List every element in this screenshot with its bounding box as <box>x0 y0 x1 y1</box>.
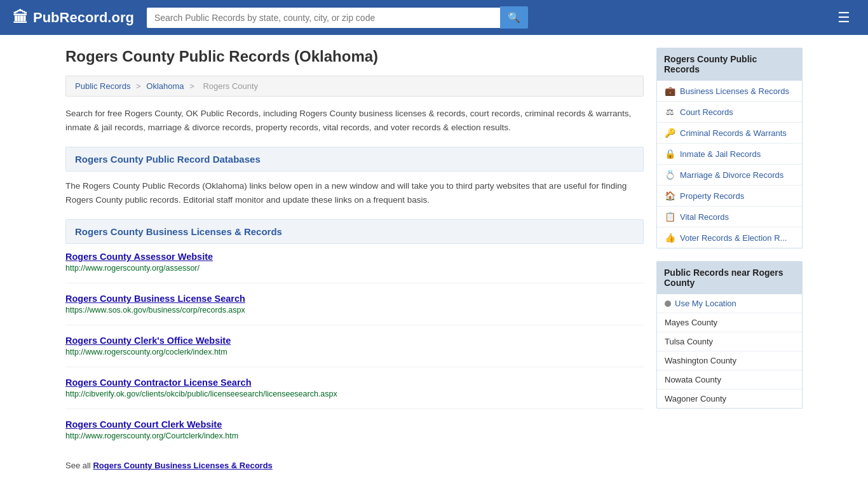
breadcrumb-public-records[interactable]: Public Records <box>75 81 130 91</box>
sidebar-item-3[interactable]: 🔒 Inmate & Jail Records <box>657 144 802 165</box>
record-title[interactable]: Rogers County Contractor License Search <box>65 377 644 388</box>
breadcrumb: Public Records > Oklahoma > Rogers Count… <box>65 76 644 97</box>
breadcrumb-current: Rogers County <box>203 81 258 91</box>
sidebar-item-label: Vital Records <box>680 212 729 222</box>
sidebar-item-label: Business Licenses & Records <box>680 86 789 96</box>
sidebar-item-7[interactable]: 👍 Voter Records & Election R... <box>657 227 802 248</box>
sidebar-item-label: Property Records <box>680 191 744 201</box>
page-title: Rogers County Public Records (Oklahoma) <box>65 48 644 65</box>
record-entry: Rogers County Business License Search ht… <box>65 294 644 325</box>
search-icon: 🔍 <box>508 12 520 23</box>
logo-icon: 🏛 <box>13 9 28 27</box>
search-button[interactable]: 🔍 <box>500 6 528 29</box>
sidebar-item-icon: 💍 <box>665 170 675 180</box>
sidebar-item-label: Inmate & Jail Records <box>680 149 761 159</box>
nearby-county-item[interactable]: Tulsa County <box>657 332 802 351</box>
databases-heading: Rogers County Public Record Databases <box>65 147 644 172</box>
nearby-county-item[interactable]: Washington County <box>657 351 802 370</box>
record-entry: Rogers County Assessor Website http://ww… <box>65 252 644 283</box>
sidebar-records-title: Rogers County Public Records <box>656 48 803 81</box>
description: Search for free Rogers County, OK Public… <box>65 107 644 134</box>
records-list: Rogers County Assessor Website http://ww… <box>65 252 644 451</box>
sidebar-nearby-items: Use My Location Mayes CountyTulsa County… <box>656 294 803 409</box>
breadcrumb-sep-2: > <box>189 81 196 91</box>
header: 🏛 PubRecord.org 🔍 ☰ <box>0 0 868 35</box>
search-bar: 🔍 <box>147 6 528 29</box>
record-entry: Rogers County Contractor License Search … <box>65 377 644 409</box>
sidebar-item-icon: 👍 <box>665 233 675 243</box>
sidebar-item-5[interactable]: 🏠 Property Records <box>657 186 802 207</box>
sidebar-item-icon: ⚖ <box>665 107 675 117</box>
sidebar-nearby-section: Public Records near Rogers County Use My… <box>656 261 803 409</box>
sidebar-item-0[interactable]: 💼 Business Licenses & Records <box>657 81 802 102</box>
nearby-county-item[interactable]: Mayes County <box>657 313 802 332</box>
sidebar-item-icon: 📋 <box>665 212 675 222</box>
business-licenses-heading: Rogers County Business Licenses & Record… <box>65 219 644 244</box>
databases-desc: The Rogers County Public Records (Oklaho… <box>65 179 644 207</box>
sidebar-item-label: Voter Records & Election R... <box>680 233 787 243</box>
sidebar-item-1[interactable]: ⚖ Court Records <box>657 102 802 123</box>
breadcrumb-oklahoma[interactable]: Oklahoma <box>146 81 184 91</box>
main-container: Rogers County Public Records (Oklahoma) … <box>53 35 815 483</box>
hamburger-icon: ☰ <box>837 10 850 25</box>
logo-text: PubRecord.org <box>33 10 134 26</box>
menu-button[interactable]: ☰ <box>832 7 855 29</box>
sidebar-records-items: 💼 Business Licenses & Records ⚖ Court Re… <box>656 81 803 248</box>
sidebar-item-label: Criminal Records & Warrants <box>680 128 787 138</box>
record-url[interactable]: http://www.rogerscounty.org/coclerk/inde… <box>65 348 644 356</box>
sidebar-item-icon: 💼 <box>665 86 675 96</box>
see-all: See all Rogers County Business Licenses … <box>65 461 644 470</box>
sidebar-item-2[interactable]: 🔑 Criminal Records & Warrants <box>657 123 802 144</box>
record-title[interactable]: Rogers County Business License Search <box>65 294 644 304</box>
sidebar-nearby-title: Public Records near Rogers County <box>656 261 803 294</box>
see-all-link[interactable]: Rogers County Business Licenses & Record… <box>93 461 272 470</box>
content-area: Rogers County Public Records (Oklahoma) … <box>65 48 644 470</box>
nearby-county-item[interactable]: Wagoner County <box>657 390 802 408</box>
record-entry: Rogers County Court Clerk Website http:/… <box>65 419 644 451</box>
location-dot-icon <box>665 301 671 307</box>
breadcrumb-sep-1: > <box>136 81 143 91</box>
record-title[interactable]: Rogers County Assessor Website <box>65 252 644 262</box>
use-my-location-button[interactable]: Use My Location <box>657 294 802 313</box>
sidebar-item-4[interactable]: 💍 Marriage & Divorce Records <box>657 165 802 186</box>
sidebar-item-icon: 🔑 <box>665 128 675 138</box>
nearby-county-item[interactable]: Nowata County <box>657 370 802 390</box>
sidebar-records-section: Rogers County Public Records 💼 Business … <box>656 48 803 248</box>
record-url[interactable]: http://www.rogerscounty.org/Courtclerk/i… <box>65 431 644 440</box>
sidebar-item-6[interactable]: 📋 Vital Records <box>657 207 802 227</box>
record-url[interactable]: https://www.sos.ok.gov/business/corp/rec… <box>65 306 644 315</box>
sidebar-item-icon: 🔒 <box>665 149 675 159</box>
record-title[interactable]: Rogers County Court Clerk Website <box>65 419 644 430</box>
sidebar: Rogers County Public Records 💼 Business … <box>656 48 803 470</box>
sidebar-item-icon: 🏠 <box>665 191 675 201</box>
use-my-location-label: Use My Location <box>675 299 736 308</box>
record-title[interactable]: Rogers County Clerk's Office Website <box>65 336 644 346</box>
record-url[interactable]: http://www.rogerscounty.org/assessor/ <box>65 264 644 273</box>
search-input[interactable] <box>147 8 500 28</box>
logo[interactable]: 🏛 PubRecord.org <box>13 9 134 27</box>
sidebar-item-label: Marriage & Divorce Records <box>680 170 783 180</box>
record-url[interactable]: http://cibverify.ok.gov/clients/okcib/pu… <box>65 390 644 398</box>
record-entry: Rogers County Clerk's Office Website htt… <box>65 336 644 367</box>
see-all-prefix: See all <box>65 461 93 470</box>
sidebar-item-label: Court Records <box>680 107 733 117</box>
